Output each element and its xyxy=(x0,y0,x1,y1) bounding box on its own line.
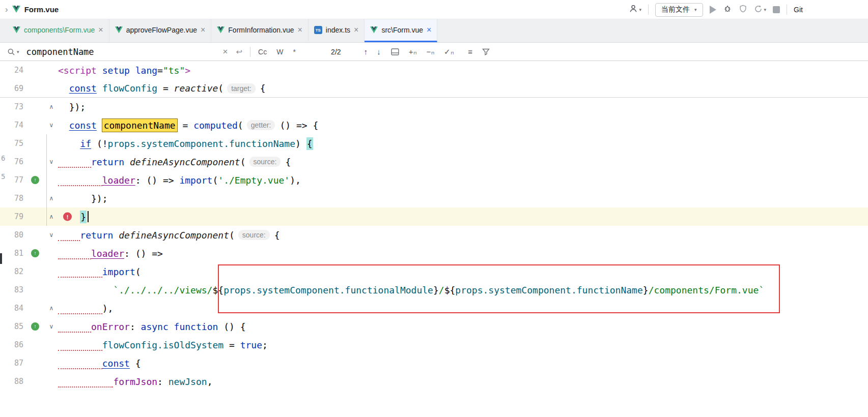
fold-icon[interactable]: ∨ xyxy=(45,323,58,330)
code-line-80[interactable]: 80∨ return defineAsyncComponent(source:{ xyxy=(0,226,868,244)
remove-occurrence-icon[interactable]: −Π xyxy=(426,48,434,55)
line-number[interactable]: 75 xyxy=(0,139,25,148)
code-text: onError: async function () { xyxy=(58,321,246,333)
code-line-84[interactable]: 84∧ ), xyxy=(0,299,868,317)
line-number[interactable]: 24 xyxy=(0,66,25,75)
line-number[interactable]: 79 xyxy=(0,212,25,221)
gutter-navigate-icon[interactable]: ↑ xyxy=(25,176,45,184)
newline-icon[interactable]: ↩ xyxy=(236,47,242,56)
code-line-76[interactable]: 76∨ return defineAsyncComponent(source:{ xyxy=(0,153,868,171)
search-options-chevron[interactable]: ▾ xyxy=(17,49,19,54)
code-text: const { xyxy=(58,358,141,369)
gutter-navigate-icon[interactable]: ↑ xyxy=(25,322,45,331)
vue-icon xyxy=(217,26,225,34)
line-number[interactable]: 80 xyxy=(0,230,25,240)
code-text: const flowConfig = reactive(target:{ xyxy=(58,83,266,94)
tab-label: FormInformation.vue xyxy=(228,26,294,34)
line-number[interactable]: 82 xyxy=(0,267,25,276)
vue-logo-icon xyxy=(12,6,20,13)
add-occurrence-icon[interactable]: +Π xyxy=(409,48,417,55)
divider xyxy=(250,47,250,57)
editor-tab-4[interactable]: src\Form.vue× xyxy=(365,19,437,42)
search-input[interactable]: componentName xyxy=(26,47,219,57)
green-arrow-icon[interactable]: ↑ xyxy=(31,322,39,331)
code-text: `./../../../views/${props.systemComponen… xyxy=(58,285,764,295)
words-toggle[interactable]: W xyxy=(276,48,283,56)
chevron-down-icon: ▾ xyxy=(639,7,642,12)
editor-tab-0[interactable]: components\Form.vue× xyxy=(7,19,109,42)
fold-icon[interactable]: ∧ xyxy=(45,103,58,110)
gutter-navigate-icon[interactable]: ↑ xyxy=(25,249,45,257)
stop-icon[interactable] xyxy=(773,6,780,13)
code-line-79[interactable]: 79∧ }! xyxy=(0,207,868,226)
code-line-87[interactable]: 87 const { xyxy=(0,354,868,372)
code-line-81[interactable]: 81↑ loader: () => xyxy=(0,244,868,262)
search-icon xyxy=(7,48,15,56)
code-line-74[interactable]: 74∨ const componentName = computed(gette… xyxy=(0,116,868,134)
code-editor: 24<script setup lang="ts">69 const flowC… xyxy=(0,61,868,391)
profiler-button[interactable]: ▾ xyxy=(754,5,767,15)
tab-close-icon[interactable]: × xyxy=(354,26,358,34)
open-in-find-window-icon[interactable] xyxy=(391,48,399,55)
clear-search-icon[interactable]: × xyxy=(223,47,228,57)
filter-lines-icon[interactable]: ≡ xyxy=(468,47,472,56)
line-number[interactable]: 83 xyxy=(0,285,25,294)
line-number[interactable]: 88 xyxy=(0,377,25,386)
line-number[interactable]: 81 xyxy=(0,249,25,258)
debug-icon[interactable] xyxy=(723,4,732,15)
user-button[interactable]: ▾ xyxy=(629,4,642,15)
code-text: import( xyxy=(58,266,141,278)
editor-tab-3[interactable]: TSindex.ts× xyxy=(309,19,365,42)
match-case-toggle[interactable]: Cc xyxy=(258,48,267,56)
tab-close-icon[interactable]: × xyxy=(297,26,302,34)
next-occurrence-icon[interactable]: ↓ xyxy=(377,47,381,56)
title-bar: › Form.vue ▾ 当前文件 ▾ ▾ xyxy=(0,0,868,19)
divider xyxy=(787,5,787,15)
code-line-24[interactable]: 24<script setup lang="ts"> xyxy=(0,61,868,79)
code-text: <script setup lang="ts"> xyxy=(58,65,190,76)
line-number[interactable]: 74 xyxy=(0,121,25,130)
code-line-73[interactable]: 73∧ }); xyxy=(0,98,868,116)
select-all-occurrences-icon[interactable]: ✓Π xyxy=(444,48,454,55)
code-text: const componentName = computed(getter:()… xyxy=(58,119,318,132)
line-number[interactable]: 84 xyxy=(0,304,25,313)
green-arrow-icon[interactable]: ↑ xyxy=(31,249,39,257)
run-config-select[interactable]: 当前文件 ▾ xyxy=(655,3,703,17)
regex-toggle[interactable]: * xyxy=(293,48,295,56)
line-number[interactable]: 69 xyxy=(0,84,25,93)
fold-icon[interactable]: ∧ xyxy=(45,305,58,312)
tab-close-icon[interactable]: × xyxy=(427,26,431,34)
editor-tab-2[interactable]: FormInformation.vue× xyxy=(211,19,309,42)
code-text: }); xyxy=(58,102,86,112)
error-icon[interactable]: ! xyxy=(63,213,72,221)
filter-icon[interactable] xyxy=(482,48,490,55)
fold-icon[interactable]: ∨ xyxy=(45,122,58,129)
line-number[interactable]: 78 xyxy=(0,194,25,203)
line-number[interactable]: 86 xyxy=(0,340,25,349)
code-line-82[interactable]: 82 import( xyxy=(0,262,868,281)
coverage-icon[interactable] xyxy=(739,5,747,15)
code-line-85[interactable]: 85↑∨ onError: async function () { xyxy=(0,317,868,336)
code-line-77[interactable]: 77↑ loader: () => import('./Empty.vue'), xyxy=(0,171,868,189)
run-icon[interactable] xyxy=(710,6,716,14)
code-line-69[interactable]: 69 const flowConfig = reactive(target:{ xyxy=(0,79,868,98)
line-number[interactable]: 87 xyxy=(0,359,25,368)
fold-icon[interactable]: ∨ xyxy=(45,231,58,239)
git-menu[interactable]: Git xyxy=(794,6,803,14)
code-line-83[interactable]: 83 `./../../../views/${props.systemCompo… xyxy=(0,281,868,299)
tab-close-icon[interactable]: × xyxy=(98,26,103,34)
green-arrow-icon[interactable]: ↑ xyxy=(31,176,39,184)
code-line-75[interactable]: 75 if (!props.systemComponent.functionNa… xyxy=(0,134,868,153)
tab-label: src\Form.vue xyxy=(381,26,423,34)
prev-occurrence-icon[interactable]: ↑ xyxy=(364,47,368,56)
line-number[interactable]: 73 xyxy=(0,102,25,111)
code-line-88[interactable]: 88 formJson: newJson, xyxy=(0,372,868,391)
code-line-86[interactable]: 86 flowConfig.isOldSystem = true; xyxy=(0,336,868,354)
tab-close-icon[interactable]: × xyxy=(201,26,205,34)
code-line-78[interactable]: 78∧ }); xyxy=(0,189,868,207)
line-number[interactable]: 85 xyxy=(0,322,25,331)
editor-tab-1[interactable]: approveFlowPage.vue× xyxy=(109,19,212,42)
chevron-down-icon: ▾ xyxy=(764,7,767,12)
code-text: flowConfig.isOldSystem = true; xyxy=(58,339,268,351)
divider xyxy=(648,5,649,15)
